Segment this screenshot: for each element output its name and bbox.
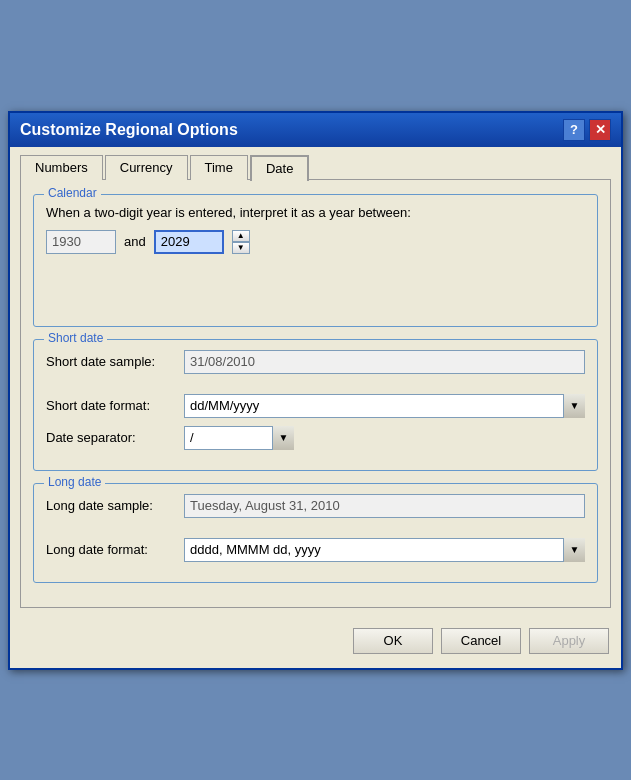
long-date-format-row: Long date format: dddd, MMMM dd, yyyy ▼	[46, 538, 585, 562]
dialog-body: Numbers Currency Time Date Calendar When…	[10, 147, 621, 618]
long-date-sample-row: Long date sample:	[46, 494, 585, 518]
short-date-sample-input	[184, 350, 585, 374]
tabs-container: Numbers Currency Time Date	[20, 155, 611, 180]
short-date-format-row: Short date format: dd/MM/yyyy ▼	[46, 394, 585, 418]
short-date-format-dropdown-wrap: dd/MM/yyyy ▼	[184, 394, 585, 418]
date-separator-label: Date separator:	[46, 430, 176, 445]
title-bar: Customize Regional Options ? ✕	[10, 113, 621, 147]
title-buttons: ? ✕	[563, 119, 611, 141]
long-date-format-select[interactable]: dddd, MMMM dd, yyyy	[184, 538, 585, 562]
year-start-input	[46, 230, 116, 254]
calendar-description: When a two-digit year is entered, interp…	[46, 205, 585, 220]
long-date-format-dropdown-wrap: dddd, MMMM dd, yyyy ▼	[184, 538, 585, 562]
tab-currency[interactable]: Currency	[105, 155, 188, 180]
short-date-section: Short date Short date sample: Short date…	[33, 339, 598, 471]
long-date-format-label: Long date format:	[46, 542, 176, 557]
short-date-sample-label: Short date sample:	[46, 354, 176, 369]
apply-button[interactable]: Apply	[529, 628, 609, 654]
ok-button[interactable]: OK	[353, 628, 433, 654]
dialog-window: Customize Regional Options ? ✕ Numbers C…	[8, 111, 623, 670]
short-date-format-label: Short date format:	[46, 398, 176, 413]
dialog-footer: OK Cancel Apply	[10, 618, 621, 668]
calendar-section-label: Calendar	[44, 186, 101, 200]
short-date-format-select[interactable]: dd/MM/yyyy	[184, 394, 585, 418]
cancel-button[interactable]: Cancel	[441, 628, 521, 654]
year-end-input[interactable]	[154, 230, 224, 254]
spinner-up[interactable]: ▲	[232, 230, 250, 242]
date-separator-dropdown-wrap: / - . ▼	[184, 426, 294, 450]
date-separator-select[interactable]: / - .	[184, 426, 294, 450]
calendar-section: Calendar When a two-digit year is entere…	[33, 194, 598, 327]
tab-date[interactable]: Date	[250, 155, 309, 181]
dialog-title: Customize Regional Options	[20, 121, 563, 139]
long-date-sample-label: Long date sample:	[46, 498, 176, 513]
tab-content: Calendar When a two-digit year is entere…	[20, 179, 611, 608]
long-date-section-label: Long date	[44, 475, 105, 489]
short-date-sample-row: Short date sample:	[46, 350, 585, 374]
and-text: and	[124, 234, 146, 249]
long-date-sample-input	[184, 494, 585, 518]
spinner-down[interactable]: ▼	[232, 242, 250, 254]
close-button[interactable]: ✕	[589, 119, 611, 141]
help-button[interactable]: ?	[563, 119, 585, 141]
short-date-section-label: Short date	[44, 331, 107, 345]
tab-time[interactable]: Time	[190, 155, 248, 180]
year-row: and ▲ ▼	[46, 230, 585, 254]
date-separator-row: Date separator: / - . ▼	[46, 426, 585, 450]
year-spinner[interactable]: ▲ ▼	[232, 230, 250, 254]
tab-numbers[interactable]: Numbers	[20, 155, 103, 180]
long-date-section: Long date Long date sample: Long date fo…	[33, 483, 598, 583]
